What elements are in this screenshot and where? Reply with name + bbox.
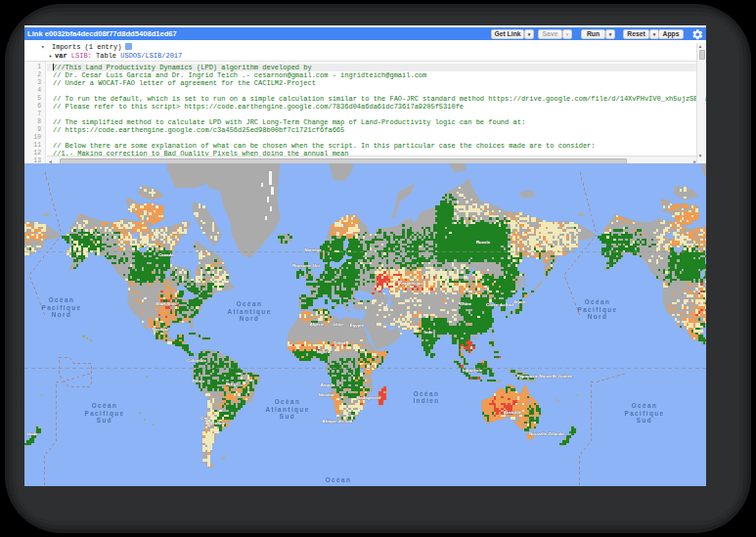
svg-text:Argentine: Argentine [205, 421, 226, 425]
svg-text:Égypte: Égypte [350, 323, 365, 328]
svg-text:Papouasie-Nouvelle-Guinée: Papouasie-Nouvelle-Guinée [517, 374, 573, 379]
svg-text:Sud: Sud [637, 417, 652, 424]
svg-text:États-Unis: États-Unis [156, 301, 177, 306]
svg-text:Royaume-Uni: Royaume-Uni [292, 263, 320, 268]
svg-text:Pérou: Pérou [193, 379, 205, 383]
svg-text:Japon: Japon [513, 299, 526, 304]
svg-text:Océan: Océan [49, 296, 75, 303]
svg-text:Océan: Océan [632, 402, 658, 409]
svg-text:Sud: Sud [280, 413, 295, 420]
svg-text:Australie: Australie [504, 410, 522, 415]
svg-text:lande: lande [26, 431, 38, 436]
svg-text:Canada: Canada [158, 252, 174, 257]
svg-text:Namibie: Namibie [319, 392, 335, 397]
svg-text:Sud: Sud [97, 417, 112, 424]
svg-text:Colombie: Colombie [187, 358, 206, 363]
svg-text:Indonésie: Indonésie [463, 368, 483, 373]
svg-text:Inde: Inde [424, 330, 433, 335]
svg-text:Nigéria: Nigéria [317, 349, 332, 354]
svg-text:Algérie: Algérie [310, 322, 325, 327]
svg-text:Nord: Nord [240, 315, 260, 322]
svg-text:Nouvelle-Zélande: Nouvelle-Zélande [529, 431, 564, 436]
svg-text:Corée du Sud: Corée du Sud [486, 302, 513, 307]
svg-text:Indien: Indien [413, 397, 439, 404]
svg-text:Libye: Libye [333, 322, 344, 327]
svg-text:Chine: Chine [460, 301, 472, 306]
svg-text:Océan: Océan [92, 402, 118, 409]
svg-text:Angola: Angola [321, 382, 335, 387]
svg-text:Afrique du Sud: Afrique du Sud [323, 419, 353, 424]
svg-text:Océan: Océan [237, 300, 263, 307]
svg-text:Tchad: Tchad [334, 340, 346, 345]
svg-text:Brésil: Brésil [226, 381, 238, 386]
svg-text:Nord: Nord [588, 313, 608, 320]
svg-text:Océan: Océan [275, 398, 301, 405]
svg-text:Kazakhstan: Kazakhstan [399, 281, 422, 286]
svg-text:Nord: Nord [52, 311, 72, 318]
svg-text:Madagascar: Madagascar [357, 395, 381, 400]
svg-text:Océan: Océan [414, 390, 440, 397]
svg-text:Océan: Océan [326, 476, 352, 483]
svg-text:Russie: Russie [476, 240, 491, 245]
svg-text:Norvège: Norvège [304, 247, 322, 252]
svg-text:Océan: Océan [585, 298, 611, 305]
svg-text:Mexique: Mexique [152, 327, 169, 332]
